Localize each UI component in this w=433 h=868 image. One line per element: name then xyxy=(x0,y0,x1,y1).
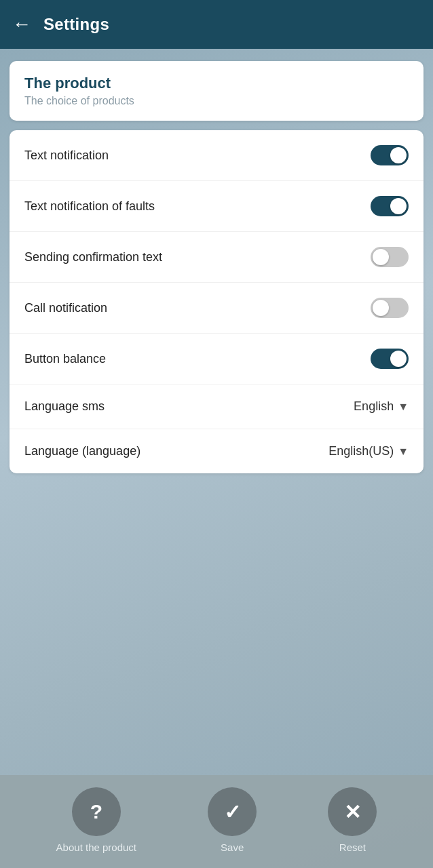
setting-row-language-language: Language (language) English(US) ▼ xyxy=(10,429,423,473)
setting-row-button-balance: Button balance xyxy=(10,334,423,384)
save-icon: ✓ xyxy=(208,787,257,836)
setting-row-text-notification-faults: Text notification of faults xyxy=(10,181,423,232)
main-area: The product The choice of products Text … xyxy=(0,49,433,868)
setting-label-text-notification: Text notification xyxy=(24,149,109,163)
toggle-text-notification-faults[interactable] xyxy=(371,196,409,216)
reset-button[interactable]: ✕ Reset xyxy=(328,787,377,853)
product-card: The product The choice of products xyxy=(10,61,423,121)
toggle-call-notification[interactable] xyxy=(371,298,409,318)
back-button[interactable]: ← xyxy=(12,14,31,35)
dropdown-language-sms[interactable]: English ▼ xyxy=(354,399,409,414)
about-product-label: About the product xyxy=(56,842,136,853)
save-label: Save xyxy=(221,842,244,853)
product-title: The product xyxy=(24,75,409,92)
product-subtitle: The choice of products xyxy=(24,95,409,107)
setting-label-button-balance: Button balance xyxy=(24,352,106,366)
toggle-sending-confirmation-text[interactable] xyxy=(371,247,409,267)
setting-label-sending-confirmation-text: Sending confirmation text xyxy=(24,250,162,264)
bottom-bar: ? About the product ✓ Save ✕ Reset xyxy=(0,775,433,868)
setting-label-language-sms: Language sms xyxy=(24,399,105,414)
setting-row-language-sms: Language sms English ▼ xyxy=(10,384,423,429)
about-product-icon: ? xyxy=(72,787,121,836)
dropdown-language-language-value: English(US) xyxy=(328,444,394,458)
setting-label-language-language: Language (language) xyxy=(24,444,140,458)
dropdown-language-sms-value: English xyxy=(354,399,394,414)
chevron-down-icon: ▼ xyxy=(398,401,409,413)
chevron-down-icon-2: ▼ xyxy=(398,446,409,458)
setting-row-sending-confirmation-text: Sending confirmation text xyxy=(10,232,423,283)
setting-row-text-notification: Text notification xyxy=(10,130,423,181)
about-product-button[interactable]: ? About the product xyxy=(56,787,136,853)
dropdown-language-language[interactable]: English(US) ▼ xyxy=(328,444,409,458)
save-button[interactable]: ✓ Save xyxy=(208,787,257,853)
reset-icon: ✕ xyxy=(328,787,377,836)
setting-row-call-notification: Call notification xyxy=(10,283,423,334)
toggle-button-balance[interactable] xyxy=(371,349,409,369)
header: ← Settings xyxy=(0,0,433,49)
reset-label: Reset xyxy=(339,842,366,853)
setting-label-text-notification-faults: Text notification of faults xyxy=(24,199,155,214)
toggle-text-notification[interactable] xyxy=(371,145,409,165)
header-title: Settings xyxy=(43,15,109,34)
settings-card: Text notification Text notification of f… xyxy=(10,130,423,473)
setting-label-call-notification: Call notification xyxy=(24,301,107,315)
